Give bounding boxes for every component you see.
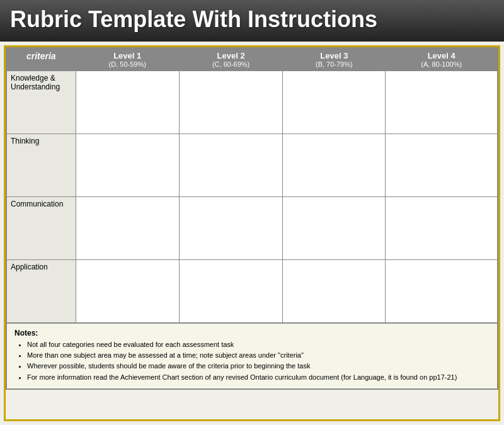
content-cell-0-0 [76, 71, 179, 134]
content-cell-3-2 [283, 260, 386, 323]
content-cell-0-3 [386, 71, 498, 134]
content-cell-1-3 [386, 134, 498, 197]
rubric-table: criteria Level 1 (D, 50-59%) Level 2 (C,… [6, 47, 498, 324]
note-item-0: Not all four categories need be evaluate… [27, 340, 490, 349]
content-cell-0-2 [283, 71, 386, 134]
table-row: Communication [6, 197, 498, 260]
table-row: Application [6, 260, 498, 323]
content-cell-2-1 [179, 197, 282, 260]
note-item-3: For more information read the Achievemen… [27, 373, 490, 382]
content-cell-0-1 [179, 71, 282, 134]
content-cell-1-0 [76, 134, 179, 197]
content-cell-3-1 [179, 260, 282, 323]
criteria-cell-0: Knowledge & Understanding [6, 71, 76, 134]
page-wrapper: Rubric Template With Instructions criter… [0, 0, 504, 425]
notes-list: Not all four categories need be evaluate… [14, 340, 490, 383]
level4-header: Level 4 (A, 80-100%) [386, 48, 498, 71]
note-item-1: More than one subject area may be assess… [27, 351, 490, 360]
content-cell-3-0 [76, 260, 179, 323]
content-cell-3-3 [386, 260, 498, 323]
notes-section: Notes: Not all four categories need be e… [6, 324, 498, 390]
title-bar: Rubric Template With Instructions [0, 0, 504, 42]
content-wrapper: criteria Level 1 (D, 50-59%) Level 2 (C,… [4, 45, 500, 421]
criteria-cell-1: Thinking [6, 134, 76, 197]
level2-header: Level 2 (C, 60-69%) [179, 48, 282, 71]
criteria-cell-3: Application [6, 260, 76, 323]
criteria-header: criteria [6, 48, 76, 71]
content-cell-1-1 [179, 134, 282, 197]
content-cell-1-2 [283, 134, 386, 197]
table-header-row: criteria Level 1 (D, 50-59%) Level 2 (C,… [6, 48, 498, 71]
criteria-cell-2: Communication [6, 197, 76, 260]
level3-header: Level 3 (B, 70-79%) [283, 48, 386, 71]
table-row: Knowledge & Understanding [6, 71, 498, 134]
content-cell-2-3 [386, 197, 498, 260]
level1-header: Level 1 (D, 50-59%) [76, 48, 179, 71]
table-row: Thinking [6, 134, 498, 197]
notes-title: Notes: [14, 329, 490, 337]
page-title: Rubric Template With Instructions [10, 6, 377, 32]
content-cell-2-0 [76, 197, 179, 260]
note-item-2: Wherever possible, students should be ma… [27, 361, 490, 371]
rubric-body: Knowledge & UnderstandingThinkingCommuni… [6, 71, 498, 323]
content-cell-2-2 [283, 197, 386, 260]
